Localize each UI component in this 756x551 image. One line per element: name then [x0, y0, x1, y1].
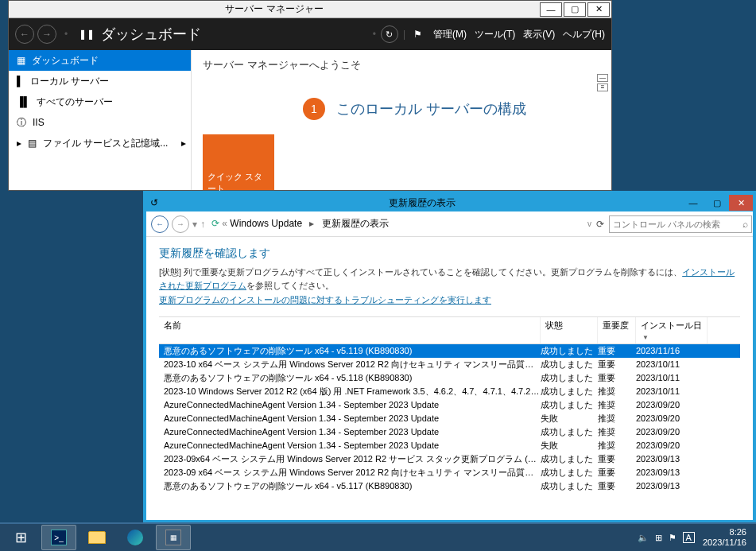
desc-text: [状態] 列で重要な更新プログラムがすべて正しくインストールされていることを確認…: [159, 267, 682, 277]
refresh-icon[interactable]: ↻: [381, 25, 398, 43]
table-row[interactable]: 2023-09x64 ベース システム用 Windows Server 2012…: [159, 452, 740, 466]
panel-toggle[interactable]: —≡: [597, 74, 608, 91]
table-row[interactable]: AzureConnectedMachineAgent Version 1.34 …: [159, 425, 740, 439]
taskbar-edge[interactable]: [118, 525, 153, 550]
back-icon[interactable]: ←: [151, 215, 169, 233]
step-text: このローカル サーバーの構成: [336, 99, 526, 118]
up-icon[interactable]: ↑: [200, 219, 205, 230]
breadcrumb[interactable]: ⟳ « Windows Update ▸ 更新履歴の表示: [211, 217, 389, 231]
search-icon[interactable]: ⌕: [742, 219, 748, 230]
menu-tools[interactable]: ツール(T): [475, 28, 515, 41]
uh-titlebar[interactable]: ↺ 更新履歴の表示 — ▢ ✕: [146, 194, 753, 211]
cell-name: AzureConnectedMachineAgent Version 1.34 …: [159, 427, 541, 437]
cell-date: 2023/11/16: [636, 346, 708, 355]
quick-start-tile[interactable]: クイック スタート (Q): [203, 134, 274, 190]
server-manager-icon: ▦: [165, 530, 181, 545]
network-icon[interactable]: ⊞: [655, 533, 662, 543]
menu-manage[interactable]: 管理(M): [433, 28, 467, 41]
menu-view[interactable]: 表示(V): [523, 28, 555, 41]
chevron-down-icon[interactable]: ▾: [192, 219, 197, 230]
back-icon[interactable]: ←: [15, 25, 34, 44]
volume-icon[interactable]: 🔈: [638, 533, 649, 543]
table-row[interactable]: AzureConnectedMachineAgent Version 1.34 …: [159, 412, 740, 425]
cell-status: 成功しました: [541, 480, 598, 492]
uh-desc: [状態] 列で重要な更新プログラムがすべて正しくインストールされていることを確認…: [159, 266, 740, 292]
cell-date: 2023/09/13: [636, 481, 708, 491]
sm-titlebar[interactable]: サーバー マネージャー — ▢ ✕: [9, 1, 611, 18]
maximize-button[interactable]: ▢: [564, 2, 586, 17]
refresh-icon[interactable]: ⟳: [596, 219, 604, 230]
configure-local-server[interactable]: 1 このローカル サーバーの構成: [303, 98, 526, 120]
clock-date: 2023/11/16: [703, 537, 746, 548]
table-row[interactable]: 悪意のあるソフトウェアの削除ツール x64 - v5.118 (KB890830…: [159, 371, 740, 385]
cell-severity: 重要: [598, 467, 636, 479]
cell-status: 成功しました: [541, 372, 598, 384]
powershell-icon: >_: [51, 530, 67, 545]
forward-icon[interactable]: →: [172, 215, 189, 233]
clock[interactable]: 8:26 2023/11/16: [703, 527, 746, 548]
cell-date: 2023/10/11: [636, 359, 708, 369]
table-row[interactable]: 悪意のあるソフトウェアの削除ツール x64 - v5.117 (KB890830…: [159, 479, 740, 493]
column-header-status[interactable]: 状態: [541, 317, 598, 343]
flag-icon[interactable]: ⚑: [669, 533, 677, 543]
sm-main: サーバー マネージャーへようこそ —≡ クイック スタート (Q) 1 このロー…: [192, 50, 611, 190]
cell-name: AzureConnectedMachineAgent Version 1.34 …: [159, 440, 541, 450]
sm-welcome: サーバー マネージャーへようこそ: [203, 58, 600, 72]
table-row[interactable]: 2023-10 x64 ベース システム用 Windows Server 201…: [159, 358, 740, 371]
table-row[interactable]: AzureConnectedMachineAgent Version 1.34 …: [159, 398, 740, 412]
cell-severity: 重要: [598, 345, 636, 357]
table-row[interactable]: AzureConnectedMachineAgent Version 1.34 …: [159, 439, 740, 452]
table-row[interactable]: 2023-09 x64 ベース システム用 Windows Server 201…: [159, 466, 740, 479]
cell-name: 悪意のあるソフトウェアの削除ツール x64 - v5.117 (KB890830…: [159, 480, 541, 492]
sm-sidebar: ▦ダッシュボード ▌ローカル サーバー ▐▌すべてのサーバー ⓘIIS ▸▤ファ…: [9, 50, 192, 190]
files-icon: ▤: [28, 138, 37, 149]
sidebar-item-file-services[interactable]: ▸▤ファイル サービスと記憶域...▸: [9, 133, 191, 153]
taskbar-powershell[interactable]: >_: [41, 525, 76, 550]
sort-desc-icon: ▼: [642, 334, 649, 341]
desc-text: を参照してください。: [246, 281, 334, 290]
table-row[interactable]: 2023-10 Windows Server 2012 R2 (x64 版) 用…: [159, 385, 740, 398]
minimize-button[interactable]: —: [540, 2, 562, 17]
breadcrumb-item[interactable]: Windows Update: [230, 218, 302, 229]
cell-name: 2023-10 Windows Server 2012 R2 (x64 版) 用…: [159, 386, 541, 398]
sidebar-item-local-server[interactable]: ▌ローカル サーバー: [9, 71, 191, 91]
minimize-button[interactable]: —: [681, 195, 705, 211]
breadcrumb-item[interactable]: 更新履歴の表示: [322, 218, 389, 229]
header-label: インストール日: [641, 320, 702, 330]
column-header-date[interactable]: インストール日▼: [636, 317, 708, 343]
taskbar-explorer[interactable]: [79, 525, 114, 550]
menu-help[interactable]: ヘルプ(H): [563, 28, 605, 41]
cell-date: 2023/09/13: [636, 468, 708, 477]
cell-severity: 推奨: [598, 386, 636, 398]
cell-severity: 推奨: [598, 399, 636, 411]
forward-icon[interactable]: →: [37, 25, 56, 44]
sidebar-item-all-servers[interactable]: ▐▌すべてのサーバー: [9, 91, 191, 112]
chevron-down-icon[interactable]: v: [587, 219, 591, 228]
search-input[interactable]: [609, 215, 752, 233]
cell-severity: 重要: [598, 453, 636, 465]
cell-status: 成功しました: [541, 426, 598, 438]
cell-name: 2023-09x64 ベース システム用 Windows Server 2012…: [159, 453, 541, 465]
maximize-button[interactable]: ▢: [705, 195, 729, 211]
table-row[interactable]: 悪意のあるソフトウェアの削除ツール x64 - v5.119 (KB890830…: [159, 344, 740, 358]
sidebar-item-dashboard[interactable]: ▦ダッシュボード: [9, 50, 191, 71]
flag-icon[interactable]: ⚑: [413, 29, 422, 40]
sm-header: ← → • ❚❚ ダッシュボード • ↻ | ⚑ 管理(M) ツール(T) 表示…: [9, 18, 611, 50]
sidebar-item-iis[interactable]: ⓘIIS: [9, 112, 191, 133]
troubleshoot-link[interactable]: 更新プログラムのインストールの問題に対するトラブルシューティングを実行します: [159, 295, 491, 305]
column-header-name[interactable]: 名前: [159, 317, 541, 343]
close-button[interactable]: ✕: [587, 2, 610, 17]
taskbar-server-manager[interactable]: ▦: [156, 525, 191, 550]
uh-heading: 更新履歴を確認します: [159, 246, 740, 261]
sidebar-item-label: IIS: [33, 117, 45, 128]
cell-date: 2023/09/20: [636, 413, 708, 423]
column-header-severity[interactable]: 重要度: [598, 317, 636, 343]
ime-indicator[interactable]: A: [683, 532, 695, 543]
start-button[interactable]: ⊞: [3, 525, 38, 550]
table-header-row: 名前 状態 重要度 インストール日▼: [159, 316, 740, 344]
cell-severity: 推奨: [598, 440, 636, 452]
sidebar-item-label: ダッシュボード: [32, 54, 99, 68]
close-button[interactable]: ✕: [729, 195, 753, 211]
edge-icon: [127, 530, 143, 545]
uh-title: 更新履歴の表示: [162, 196, 681, 210]
